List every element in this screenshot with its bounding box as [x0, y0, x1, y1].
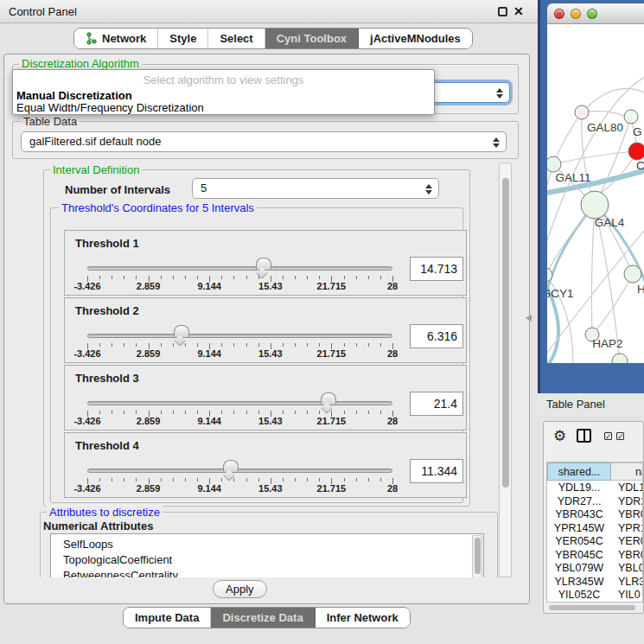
minor-tick: [136, 411, 137, 414]
checkbox-icon[interactable]: ✓: [604, 432, 612, 440]
table-row[interactable]: YDL19...YDL1: [547, 481, 643, 495]
tab-label: Style: [169, 32, 196, 45]
close-panel-button[interactable]: ✕: [513, 4, 524, 18]
number-of-intervals-label: Number of Intervals: [65, 183, 170, 196]
table-row[interactable]: YPR145WYPR1: [547, 522, 643, 536]
threshold-value-field[interactable]: [410, 324, 463, 348]
scrollbar-thumb[interactable]: [549, 605, 635, 610]
tick-label: -3.426: [73, 348, 100, 359]
minor-tick: [356, 411, 357, 414]
minor-tick: [161, 276, 162, 279]
network-canvas[interactable]: GAL80GCGAL11GAL4GCY1HHAP2: [547, 24, 644, 363]
minor-tick: [221, 276, 222, 279]
column-header-shared[interactable]: shared...: [547, 462, 611, 481]
tab-cyni-toolbox[interactable]: Cyni Toolbox: [265, 29, 359, 48]
algorithm-dropdown-popup: Select algorithm to view settings Manual…: [12, 69, 435, 115]
cell-shared-name: YLR345W: [547, 576, 611, 588]
minor-tick: [185, 478, 186, 481]
slider-thumb[interactable]: [321, 392, 336, 411]
settings-scrollbar[interactable]: [499, 163, 512, 577]
numerical-attributes-list[interactable]: SelfLoopsTopologicalCoefficientBetweenne…: [50, 533, 484, 577]
split-columns-icon[interactable]: [577, 429, 591, 443]
zoom-window-button[interactable]: [587, 9, 597, 19]
table-data-combobox[interactable]: galFiltered.sif default node: [21, 131, 507, 152]
minor-tick: [356, 276, 357, 279]
table-settings-gear-icon[interactable]: ⚙: [553, 427, 566, 445]
tab-jactivemnodules[interactable]: jActiveMNodules: [359, 29, 472, 48]
minor-tick: [307, 478, 308, 481]
spinner-stepper-icon[interactable]: [423, 182, 434, 196]
tab-impute-data[interactable]: Impute Data: [124, 608, 211, 628]
scrollbar-thumb[interactable]: [475, 538, 481, 574]
float-window-button[interactable]: [498, 7, 507, 16]
dropdown-option-equal-width[interactable]: Equal Width/Frequency Discretization: [16, 101, 204, 114]
minor-tick: [258, 411, 259, 414]
combo-stepper-icon[interactable]: [494, 86, 505, 100]
minor-tick: [185, 276, 186, 279]
network-edge[interactable]: [582, 88, 644, 112]
attribute-list-item[interactable]: BetweennessCentrality: [63, 568, 483, 577]
slider-thumb[interactable]: [174, 325, 189, 344]
tick-label: 2.859: [137, 483, 161, 494]
table-panel-titlebar: Table Panel: [538, 393, 644, 416]
tick-label: 9.144: [197, 483, 221, 494]
table-row[interactable]: YIL052CYIL0: [547, 589, 643, 603]
threshold-value-field[interactable]: [410, 257, 463, 281]
slider-track[interactable]: [87, 266, 392, 271]
minor-tick: [161, 411, 162, 414]
checkbox-icon[interactable]: ✓: [616, 432, 624, 440]
number-of-intervals-spinner[interactable]: 5: [192, 178, 439, 199]
network-edge[interactable]: [553, 112, 582, 164]
slider-thumb[interactable]: [256, 258, 271, 277]
threshold-value-field[interactable]: [410, 459, 463, 483]
column-header-name[interactable]: na: [611, 462, 643, 481]
dropdown-hint-item[interactable]: Select algorithm to view settings: [13, 73, 434, 86]
scrollbar-thumb[interactable]: [502, 178, 509, 488]
minor-tick: [246, 411, 247, 414]
minor-tick: [136, 478, 137, 481]
table-horizontal-scrollbar[interactable]: [547, 604, 641, 611]
tab-select[interactable]: Select: [208, 29, 265, 48]
dropdown-option-manual[interactable]: Manual Discretization: [16, 89, 132, 102]
node-gal11[interactable]: [547, 156, 561, 172]
node-bottom-partial[interactable]: [612, 354, 628, 363]
slider-thumb[interactable]: [223, 460, 239, 479]
panel-collapse-handle-icon[interactable]: [526, 315, 532, 322]
cell-shared-name: YIL052C: [547, 589, 611, 601]
tab-discretize-data[interactable]: Discretize Data: [211, 608, 315, 628]
tab-infer-network[interactable]: Infer Network: [316, 608, 410, 628]
node-g-partial[interactable]: [624, 110, 638, 124]
table-row[interactable]: YBR043CYBR0: [547, 508, 643, 522]
node-h-partial[interactable]: [624, 265, 641, 283]
attributes-list-scrollbar[interactable]: [472, 535, 482, 577]
cell-name: YPR1: [615, 522, 643, 534]
node-gal4[interactable]: [581, 191, 609, 219]
table-row[interactable]: YER054CYER0: [547, 535, 643, 549]
tab-network[interactable]: Network: [74, 29, 158, 48]
node-attribute-table[interactable]: shared... na YDL19...YDL1YDR27...YDR2YBR…: [546, 462, 643, 603]
table-row[interactable]: YBR045CYBR0: [547, 549, 643, 563]
apply-button[interactable]: Apply: [213, 580, 267, 598]
slider-track[interactable]: [87, 401, 392, 405]
attribute-list-item[interactable]: TopologicalCoefficient: [63, 552, 483, 568]
table-row[interactable]: YDR27...YDR2: [547, 495, 643, 509]
slider-track[interactable]: [87, 334, 392, 338]
attribute-list-item[interactable]: SelfLoops: [63, 537, 483, 552]
tab-style[interactable]: Style: [158, 29, 208, 48]
node-gal80[interactable]: [575, 105, 589, 119]
minor-tick: [246, 343, 247, 347]
tick-label: 15.43: [258, 483, 283, 494]
combo-stepper-icon[interactable]: [490, 135, 501, 150]
minimize-window-button[interactable]: [571, 9, 581, 19]
close-window-button[interactable]: [554, 9, 564, 19]
network-edge[interactable]: [553, 151, 637, 164]
minor-tick: [295, 411, 296, 414]
network-window-titlebar[interactable]: [547, 3, 644, 24]
slider-track[interactable]: [87, 469, 392, 473]
table-row[interactable]: YBL079WYBL0: [547, 562, 643, 576]
tab-label: Infer Network: [327, 611, 399, 624]
threshold-value-field[interactable]: [410, 392, 463, 416]
table-row[interactable]: YLR345WYLR3: [547, 576, 643, 590]
minor-tick: [283, 478, 284, 481]
node-red[interactable]: [628, 143, 644, 160]
